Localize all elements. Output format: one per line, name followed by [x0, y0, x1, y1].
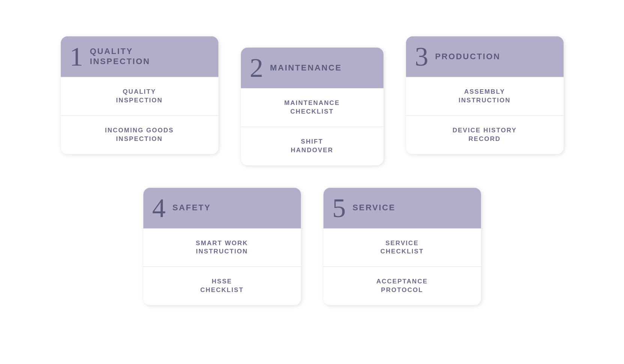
- card-service: 5 SERVICE SERVICECHECKLIST ACCEPTANCEPRO…: [323, 188, 481, 306]
- card-production-item-1[interactable]: ASSEMBLYINSTRUCTION: [406, 77, 564, 115]
- card-production-number: 3: [415, 43, 428, 70]
- card-service-header: 5 SERVICE: [323, 188, 481, 228]
- card-production-title: PRODUCTION: [435, 52, 501, 61]
- card-safety: 4 SAFETY SMART WORKINSTRUCTION HSSECHECK…: [143, 188, 301, 306]
- card-quality-inspection: 1 QUALITYINSPECTION QUALITYINSPECTION IN…: [61, 36, 218, 154]
- bottom-row: 4 SAFETY SMART WORKINSTRUCTION HSSECHECK…: [38, 188, 586, 306]
- page-container: 1 QUALITYINSPECTION QUALITYINSPECTION IN…: [31, 21, 594, 343]
- card-maintenance-header: 2 MAINTENANCE: [241, 48, 383, 88]
- card-production-item-2[interactable]: DEVICE HISTORYRECORD: [406, 115, 564, 154]
- card-safety-item-2[interactable]: HSSECHECKLIST: [143, 267, 301, 305]
- card-production-header: 3 PRODUCTION: [406, 36, 564, 77]
- card-quality-item-2[interactable]: INCOMING GOODSINSPECTION: [61, 115, 218, 154]
- card-safety-header: 4 SAFETY: [143, 188, 301, 228]
- card-maintenance: 2 MAINTENANCE MAINTENANCECHECKLIST SHIFT…: [241, 48, 383, 165]
- card-safety-item-1[interactable]: SMART WORKINSTRUCTION: [143, 228, 301, 267]
- card-service-item-2[interactable]: ACCEPTANCEPROTOCOL: [323, 267, 481, 305]
- card-maintenance-item-2[interactable]: SHIFTHANDOVER: [241, 127, 383, 165]
- card-service-title: SERVICE: [353, 203, 396, 213]
- card-quality-item-1[interactable]: QUALITYINSPECTION: [61, 77, 218, 115]
- card-maintenance-number: 2: [250, 54, 263, 81]
- top-row: 1 QUALITYINSPECTION QUALITYINSPECTION IN…: [38, 36, 586, 165]
- card-maintenance-item-1[interactable]: MAINTENANCECHECKLIST: [241, 88, 383, 127]
- card-quality-number: 1: [70, 43, 83, 70]
- card-service-item-1[interactable]: SERVICECHECKLIST: [323, 228, 481, 267]
- card-quality-header: 1 QUALITYINSPECTION: [61, 36, 218, 77]
- card-maintenance-title: MAINTENANCE: [270, 63, 342, 73]
- card-safety-number: 4: [152, 195, 165, 222]
- card-production: 3 PRODUCTION ASSEMBLYINSTRUCTION DEVICE …: [406, 36, 564, 154]
- card-service-number: 5: [332, 195, 345, 222]
- card-safety-title: SAFETY: [173, 203, 211, 213]
- card-quality-title: QUALITYINSPECTION: [90, 46, 150, 66]
